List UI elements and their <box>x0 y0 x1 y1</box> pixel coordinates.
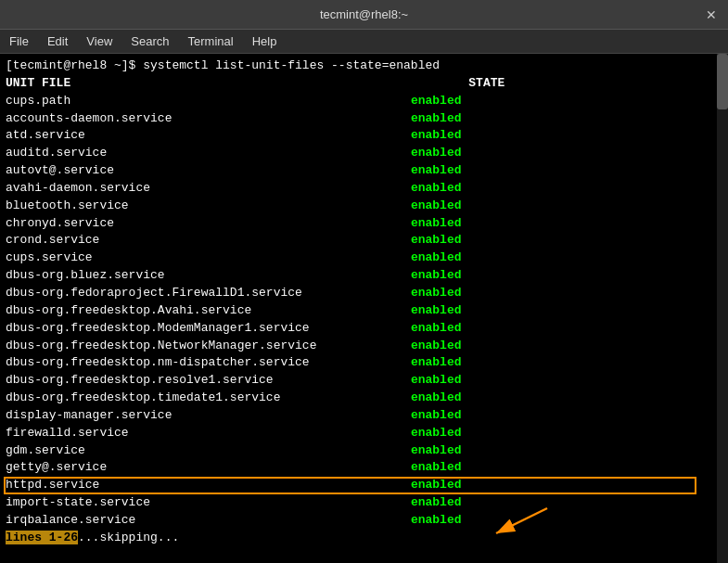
table-row: autovt@.service enabled <box>6 162 709 180</box>
table-row: dbus-org.bluez.service enabled <box>6 267 709 285</box>
table-row: irqbalance.service enabled <box>6 512 709 530</box>
scrollbar[interactable] <box>717 54 728 563</box>
terminal[interactable]: [tecmint@rhel8 ~]$ systemctl list-unit-f… <box>0 54 728 563</box>
table-row: cups.path enabled <box>6 93 709 110</box>
table-row: gdm.service enabled <box>6 442 709 460</box>
highlighted-row: httpd.service enabled <box>6 477 709 494</box>
rows-container: cups.path enabledaccounts-daemon.service… <box>6 93 709 530</box>
table-row: dbus-org.freedesktop.NetworkManager.serv… <box>6 338 709 355</box>
table-row: firewalld.service enabled <box>6 425 709 442</box>
window-title: tecmint@rhel8:~ <box>30 7 698 21</box>
terminal-content: [tecmint@rhel8 ~]$ systemctl list-unit-f… <box>6 58 722 547</box>
close-button[interactable]: ✕ <box>698 7 717 22</box>
table-row: display-manager.service enabled <box>6 407 709 425</box>
table-row: getty@.service enabled <box>6 459 709 477</box>
table-row: chronyd.service enabled <box>6 215 709 233</box>
table-row: dbus-org.freedesktop.Avahi.service enabl… <box>6 302 709 320</box>
menubar-item-terminal[interactable]: Terminal <box>183 32 239 50</box>
table-row: cups.service enabled <box>6 250 709 267</box>
table-row: httpd.service enabled <box>6 478 461 492</box>
menubar: FileEditViewSearchTerminalHelp <box>0 30 728 54</box>
table-row: dbus-org.fedoraproject.FirewallD1.servic… <box>6 285 709 302</box>
table-row: bluetooth.service enabled <box>6 198 709 215</box>
table-row: dbus-org.freedesktop.ModemManager1.servi… <box>6 320 709 338</box>
table-row: dbus-org.freedesktop.timedate1.service e… <box>6 390 709 407</box>
table-row: accounts-daemon.service enabled <box>6 110 709 128</box>
table-row: avahi-daemon.service enabled <box>6 180 709 198</box>
table-row: atd.service enabled <box>6 127 709 145</box>
menubar-item-edit[interactable]: Edit <box>42 32 73 50</box>
table-row: crond.service enabled <box>6 232 709 250</box>
status-line: lines 1-26...skipping... <box>6 530 709 547</box>
column-header: UNIT FILE STATE <box>6 75 709 93</box>
table-row: dbus-org.freedesktop.resolve1.service en… <box>6 372 709 390</box>
menubar-item-view[interactable]: View <box>81 32 118 50</box>
menubar-item-search[interactable]: Search <box>125 32 174 50</box>
table-row: auditd.service enabled <box>6 145 709 162</box>
scrollbar-thumb[interactable] <box>717 54 728 109</box>
menubar-item-file[interactable]: File <box>4 32 34 50</box>
titlebar: tecmint@rhel8:~ ✕ <box>0 0 728 30</box>
table-row: import-state.service enabled <box>6 494 709 512</box>
table-row: dbus-org.freedesktop.nm-dispatcher.servi… <box>6 354 709 372</box>
command-line: [tecmint@rhel8 ~]$ systemctl list-unit-f… <box>6 58 709 75</box>
menubar-item-help[interactable]: Help <box>247 32 283 50</box>
